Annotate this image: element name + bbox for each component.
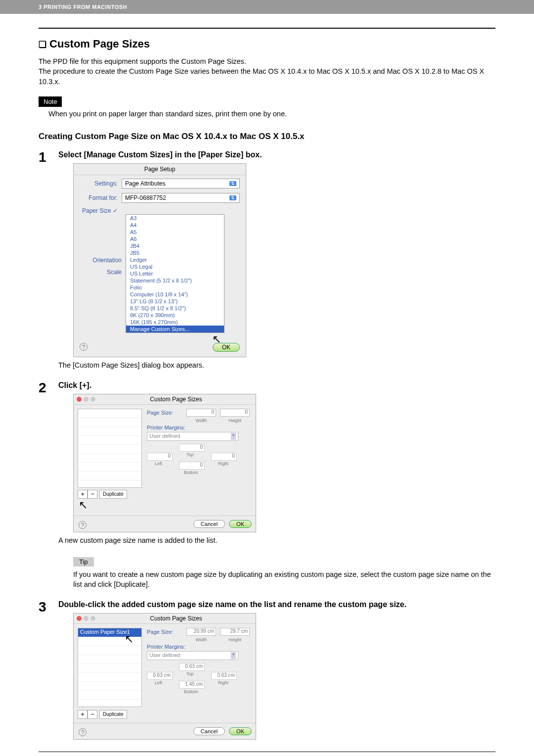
dialog-title: Custom Page Sizes — [99, 396, 253, 403]
duplicate-button[interactable]: Duplicate — [99, 710, 127, 719]
ok-button[interactable]: OK — [213, 343, 240, 352]
left-margin-input[interactable]: 0.63 cm — [147, 672, 173, 680]
page-setup-titlebar: Page Setup — [74, 164, 246, 175]
paper-size-option[interactable]: 8K (270 x 390mm) — [126, 312, 224, 319]
step-2-caption: A new custom page size name is added to … — [58, 536, 495, 544]
intro-block: The PPD file for this equipment supports… — [39, 56, 495, 87]
paper-size-label: Paper Size ✓ — [80, 207, 122, 214]
minimize-icon[interactable] — [84, 397, 89, 402]
top-margin-input[interactable]: 0.63 cm — [179, 663, 205, 671]
step-3: 3 Double-click the added custom page siz… — [39, 600, 495, 740]
chapter-label: 3 PRINTING FROM MACINTOSH — [39, 4, 127, 10]
page-size-label: Page Size: — [147, 629, 186, 635]
bottom-label: Bottom — [184, 689, 198, 694]
width-input[interactable]: 0 — [186, 409, 216, 417]
cursor-icon: ↖ — [79, 499, 88, 512]
format-for-combo[interactable]: MFP-06887752 ⇅ — [122, 193, 240, 203]
paper-size-option[interactable]: JB4 — [126, 242, 224, 249]
left-label: Left — [155, 680, 162, 685]
bottom-rule — [39, 752, 495, 752]
bottom-margin-input[interactable]: 0 — [179, 462, 205, 470]
note-text: When you print on paper larger than stan… — [39, 110, 495, 118]
paper-size-option[interactable]: A6 — [126, 236, 224, 242]
zoom-icon[interactable] — [90, 397, 95, 402]
custom-size-list[interactable] — [78, 409, 142, 488]
paper-size-option[interactable]: A4 — [126, 222, 224, 229]
window-traffic-lights — [77, 616, 95, 621]
paper-size-option[interactable]: Computer (10 1/8 x 14") — [126, 291, 224, 298]
top-rule — [39, 28, 495, 29]
paper-size-option[interactable]: Folio — [126, 284, 224, 291]
width-label: Width — [186, 637, 216, 642]
dialog-title: Custom Page Sizes — [99, 615, 253, 622]
custom-page-sizes-dialog-2: Custom Page Sizes Custom Paper Size1 ↖ + — [73, 613, 256, 740]
duplicate-button[interactable]: Duplicate — [99, 490, 127, 499]
help-icon[interactable]: ? — [80, 343, 88, 351]
right-label: Right — [218, 680, 228, 685]
intro-p2: The procedure to create the Custom Page … — [39, 66, 495, 87]
settings-label: Settings: — [80, 180, 122, 187]
printer-margins-label: Printer Margins: — [147, 644, 186, 650]
note-badge: Note — [39, 96, 62, 107]
close-icon[interactable] — [77, 616, 82, 621]
right-label: Right — [218, 461, 228, 466]
cursor-icon: ↖ — [125, 633, 134, 646]
combo-arrows-icon: ⇅ — [229, 181, 236, 186]
printer-margins-label: Printer Margins: — [147, 425, 186, 430]
width-label: Width — [186, 418, 216, 423]
right-margin-input[interactable]: 0 — [211, 453, 237, 461]
add-button[interactable]: + — [78, 710, 88, 719]
step-1-caption: The [Custom Page Sizes] dialog box appea… — [58, 361, 495, 369]
paper-size-option[interactable]: A5 — [126, 229, 224, 236]
remove-button[interactable]: − — [88, 710, 97, 719]
minimize-icon[interactable] — [84, 616, 89, 621]
settings-combo[interactable]: Page Attributes ⇅ — [122, 179, 240, 189]
bottom-margin-input[interactable]: 1.45 cm — [179, 681, 205, 689]
page-size-label: Page Size: — [147, 410, 186, 416]
step-2-title: Click [+]. — [58, 381, 495, 390]
window-traffic-lights — [77, 397, 95, 402]
page-setup-dialog: Page Setup Settings: Page Attributes ⇅ F… — [73, 163, 246, 357]
margins-dropdown[interactable]: User defined▾ — [147, 432, 238, 441]
left-label: Left — [155, 461, 162, 466]
format-for-label: Format for: — [80, 194, 122, 201]
width-input[interactable]: 20.99 cm — [186, 628, 216, 636]
step-1: 1 Select [Manage Custom Sizes] in the [P… — [39, 150, 495, 377]
top-margin-input[interactable]: 0 — [179, 444, 205, 452]
add-button[interactable]: + — [78, 490, 88, 499]
left-margin-input[interactable]: 0 — [147, 453, 173, 461]
cancel-button[interactable]: Cancel — [193, 520, 225, 528]
manage-custom-sizes-option[interactable]: Manage Custom Sizes... — [126, 326, 224, 332]
zoom-icon[interactable] — [90, 616, 95, 621]
paper-size-option[interactable]: US Letter — [126, 270, 224, 277]
height-label: Height — [220, 637, 250, 642]
ok-button[interactable]: OK — [229, 520, 252, 528]
paper-size-option[interactable]: 8.5" SQ (8 1/2 x 8 1/2") — [126, 305, 224, 312]
combo-arrows-icon: ⇅ — [229, 195, 236, 200]
header-bar: 3 PRINTING FROM MACINTOSH — [0, 0, 534, 14]
step-1-number: 1 — [39, 150, 58, 377]
height-input[interactable]: 0 — [220, 409, 250, 417]
margins-dropdown[interactable]: User defined▾ — [147, 651, 238, 660]
cancel-button[interactable]: Cancel — [193, 727, 225, 735]
paper-size-option[interactable]: Statement (5 1/2 x 8 1/2") — [126, 277, 224, 284]
close-icon[interactable] — [77, 397, 82, 402]
ok-button[interactable]: OK — [229, 727, 252, 735]
tip-text: If you want to create a new custom page … — [58, 569, 495, 590]
paper-size-option[interactable]: Ledger — [126, 256, 224, 263]
height-input[interactable]: 29.7 cm — [220, 628, 250, 636]
step-1-title: Select [Manage Custom Sizes] in the [Pap… — [58, 150, 495, 159]
paper-size-option[interactable]: A3 — [126, 215, 224, 222]
paper-size-option[interactable]: JB5 — [126, 249, 224, 256]
tip-badge: Tip — [73, 557, 94, 567]
step-3-title: Double-click the added custom page size … — [58, 600, 495, 609]
paper-size-dropdown-list[interactable]: A3 A4 A5 A6 JB4 JB5 Ledger US Legal US L… — [126, 214, 224, 333]
paper-size-option[interactable]: 13" LG (8 1/2 x 13") — [126, 298, 224, 305]
custom-page-sizes-dialog: Custom Page Sizes + − — [73, 394, 256, 532]
paper-size-option[interactable]: 16K (195 x 270mm) — [126, 319, 224, 326]
remove-button[interactable]: − — [88, 490, 97, 499]
paper-size-option[interactable]: US Legal — [126, 263, 224, 270]
right-margin-input[interactable]: 0.63 cm — [211, 672, 237, 680]
help-icon[interactable]: ? — [79, 728, 87, 736]
help-icon[interactable]: ? — [79, 521, 87, 529]
